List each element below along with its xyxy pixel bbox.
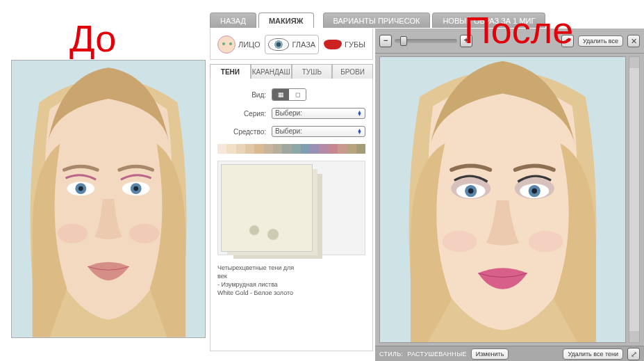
series-value: Выбери: — [275, 109, 302, 118]
style-label: СТИЛЬ: — [379, 351, 403, 358]
swatch-preview[interactable] — [217, 161, 365, 255]
eye-subtabs: ТЕНИ КАРАНДАШ ТУШЬ БРОВИ — [210, 64, 373, 80]
palette-swatch[interactable] — [347, 144, 356, 154]
color-palette[interactable] — [217, 144, 365, 154]
view-label: Вид: — [217, 91, 266, 99]
palette-swatch[interactable] — [338, 144, 347, 154]
zoom-out-button[interactable]: − — [379, 35, 392, 47]
feature-lips-label: ГУБЫ — [345, 40, 365, 49]
subtab-pencil[interactable]: КАРАНДАШ — [251, 64, 292, 79]
face-before-illustration — [12, 61, 205, 337]
product-select[interactable]: Выбери: ▲▼ — [272, 126, 365, 137]
view-toggle[interactable]: ▦ ◻ — [272, 88, 306, 101]
chevrons-icon: ▲▼ — [357, 111, 362, 116]
view-single-icon[interactable]: ◻ — [289, 89, 306, 100]
vertical-scrollbar[interactable] — [629, 56, 640, 343]
zoom-controls: − + — [379, 35, 472, 47]
style-value: РАСТУШЕВАННЫЕ — [407, 351, 466, 358]
preview-pane: − + ↶ Удалить все ✕ — [375, 29, 644, 361]
feature-face[interactable]: ЛИЦО — [217, 35, 261, 54]
close-button[interactable]: ✕ — [627, 35, 640, 47]
tab-makeup[interactable]: МАКИЯЖ — [258, 13, 314, 28]
face-after-illustration — [380, 57, 625, 342]
subtab-shadows[interactable]: ТЕНИ — [210, 64, 251, 80]
change-style-button[interactable]: Изменить — [471, 348, 509, 360]
palette-swatch[interactable] — [254, 144, 263, 154]
series-label: Серия: — [217, 110, 266, 118]
tab-hairstyles[interactable]: ВАРИАНТЫ ПРИЧЕСОК — [323, 13, 431, 28]
svg-point-18 — [443, 231, 477, 252]
tab-back[interactable]: НАЗАД — [210, 13, 256, 28]
expand-icon[interactable]: ⤢ — [627, 348, 640, 360]
palette-swatch[interactable] — [301, 144, 310, 154]
palette-swatch[interactable] — [310, 144, 319, 154]
face-icon — [217, 35, 236, 54]
product-value: Выбери: — [275, 127, 302, 136]
top-tab-strip: НАЗАД МАКИЯЖ ВАРИАНТЫ ПРИЧЕСОК НОВЫЙ ОБР… — [210, 13, 644, 28]
palette-swatch[interactable] — [245, 144, 254, 154]
svg-point-19 — [529, 231, 563, 252]
palette-swatch[interactable] — [356, 144, 365, 154]
options-panel: Вид: ▦ ◻ Серия: Выбери: ▲▼ Средство: Выб… — [210, 79, 373, 351]
before-label: До — [69, 17, 116, 60]
palette-swatch[interactable] — [217, 144, 226, 154]
view-row: Вид: ▦ ◻ — [217, 88, 365, 101]
eye-icon — [268, 38, 289, 51]
subtab-brows[interactable]: БРОВИ — [332, 64, 373, 79]
view-grid-icon[interactable]: ▦ — [272, 89, 289, 100]
after-photo[interactable] — [379, 56, 626, 343]
palette-swatch[interactable] — [273, 144, 282, 154]
palette-swatch[interactable] — [329, 144, 338, 154]
palette-swatch[interactable] — [292, 144, 301, 154]
after-label: После — [464, 8, 573, 51]
palette-swatch[interactable] — [236, 144, 245, 154]
palette-swatch[interactable] — [282, 144, 291, 154]
before-photo — [11, 60, 206, 338]
preview-status-bar: СТИЛЬ: РАСТУШЕВАННЫЕ Изменить Удалить вс… — [375, 346, 644, 361]
zoom-slider[interactable] — [395, 39, 457, 43]
feature-selector: ЛИЦО ГЛАЗА ГУБЫ — [210, 29, 373, 60]
feature-eyes-label: ГЛАЗА — [292, 40, 315, 49]
chevrons-icon: ▲▼ — [357, 129, 362, 134]
palette-swatch[interactable] — [319, 144, 328, 154]
subtab-mascara[interactable]: ТУШЬ — [292, 64, 333, 79]
product-label: Средство: — [217, 128, 266, 136]
svg-point-17 — [531, 188, 537, 194]
feature-eyes[interactable]: ГЛАЗА — [265, 35, 318, 54]
feature-lips[interactable]: ГУБЫ — [324, 35, 365, 54]
svg-point-7 — [58, 224, 88, 243]
palette-swatch[interactable] — [226, 144, 236, 154]
product-description: Четырехцветные тени для век - Изумрудная… — [217, 264, 365, 298]
feature-face-label: ЛИЦО — [238, 40, 261, 49]
delete-all-shadows-button[interactable]: Удалить все тени — [563, 348, 623, 360]
series-select[interactable]: Выбери: ▲▼ — [272, 108, 365, 119]
product-row: Средство: Выбери: ▲▼ — [217, 126, 365, 137]
zoom-thumb[interactable] — [400, 36, 407, 46]
delete-all-button[interactable]: Удалить все — [578, 35, 623, 47]
svg-point-8 — [129, 224, 160, 243]
svg-point-16 — [468, 188, 474, 194]
palette-swatch[interactable] — [264, 144, 273, 154]
swatch-card — [221, 164, 313, 252]
svg-point-6 — [133, 186, 138, 191]
series-row: Серия: Выбери: ▲▼ — [217, 108, 365, 119]
svg-point-5 — [79, 186, 83, 191]
lips-icon — [324, 40, 342, 49]
